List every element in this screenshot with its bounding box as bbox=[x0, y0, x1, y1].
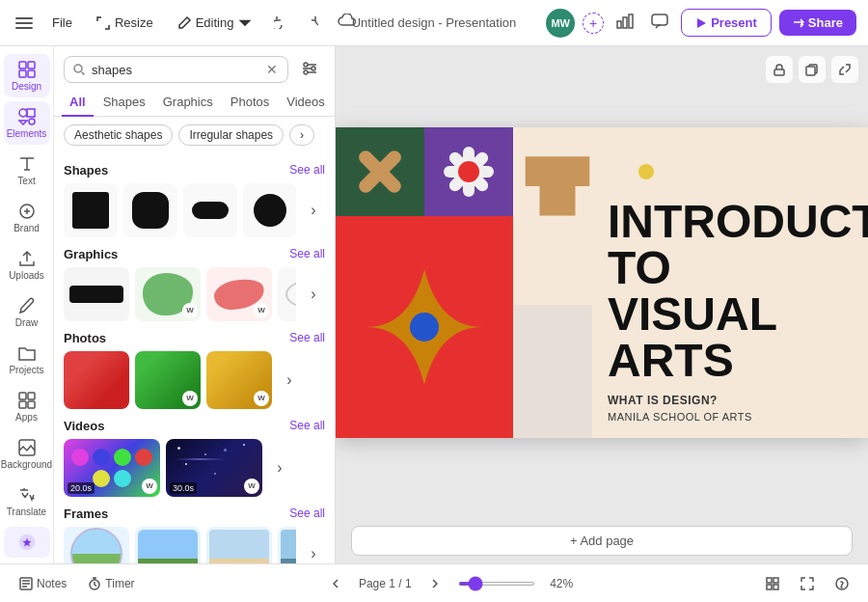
frame-rect-blue-preview bbox=[281, 530, 296, 564]
avatar: MW bbox=[546, 9, 575, 38]
video-item-2[interactable]: 30.0s W bbox=[166, 439, 262, 497]
sidebar-item-draw[interactable]: Draw bbox=[4, 290, 50, 334]
timer-button[interactable]: Timer bbox=[80, 573, 142, 594]
graphic-item-1[interactable] bbox=[64, 267, 129, 321]
sidebar-item-text[interactable]: Text bbox=[4, 149, 50, 192]
frame-circle-preview bbox=[70, 528, 122, 564]
expand-button[interactable] bbox=[831, 56, 858, 83]
graphics-see-all[interactable]: See all bbox=[289, 247, 325, 260]
shapes-see-all[interactable]: See all bbox=[289, 163, 325, 177]
undo-button[interactable] bbox=[268, 8, 295, 38]
photos-section-header: Photos See all bbox=[64, 331, 325, 345]
videos-section-title: Videos bbox=[64, 419, 104, 433]
photos-see-all[interactable]: See all bbox=[289, 331, 325, 344]
notes-button[interactable]: Notes bbox=[12, 573, 74, 594]
tag-aesthetic-shapes[interactable]: Aesthetic shapes bbox=[64, 124, 173, 146]
zoom-slider[interactable] bbox=[458, 582, 535, 586]
svg-rect-23 bbox=[774, 69, 784, 75]
chevron-left-icon bbox=[330, 578, 341, 589]
shape-rounded-rect[interactable] bbox=[123, 183, 177, 237]
clear-search-button[interactable]: ✕ bbox=[264, 62, 280, 77]
duplicate-button[interactable] bbox=[799, 56, 826, 83]
menu-button[interactable] bbox=[12, 14, 37, 33]
shapes-scroll-right[interactable]: › bbox=[302, 183, 325, 237]
share-button[interactable]: Share bbox=[779, 10, 856, 36]
sidebar-item-translate[interactable]: Translate bbox=[4, 479, 50, 523]
sidebar-item-brand[interactable]: Brand bbox=[4, 196, 50, 239]
tab-photos[interactable]: Photos bbox=[223, 89, 277, 117]
redo-button[interactable] bbox=[297, 8, 324, 38]
add-page-button[interactable]: + Add page bbox=[351, 526, 853, 556]
analytics-button[interactable] bbox=[611, 9, 638, 37]
tab-shapes[interactable]: Shapes bbox=[95, 89, 153, 117]
photos-scroll-right[interactable]: › bbox=[278, 353, 301, 407]
bottom-center: Page 1 / 1 42% bbox=[149, 574, 752, 593]
grid-view-button[interactable] bbox=[758, 573, 787, 594]
tag-irregular-shapes[interactable]: Irregular shapes bbox=[178, 124, 284, 146]
graphic-item-4[interactable]: W bbox=[278, 267, 296, 321]
shape-circle[interactable] bbox=[243, 183, 296, 237]
comments-button[interactable] bbox=[646, 9, 673, 37]
lock-button[interactable] bbox=[766, 56, 793, 83]
svg-rect-13 bbox=[19, 393, 26, 399]
graphics-scroll-right[interactable]: › bbox=[302, 267, 325, 321]
frame-item-1[interactable] bbox=[64, 527, 129, 564]
graphic-item-3[interactable]: W bbox=[206, 267, 272, 321]
tag-more-button[interactable]: › bbox=[289, 124, 314, 146]
video-badge-2: W bbox=[244, 479, 259, 494]
tab-graphics[interactable]: Graphics bbox=[155, 89, 221, 117]
shape-pill[interactable] bbox=[183, 183, 237, 237]
help-button[interactable] bbox=[827, 573, 856, 594]
file-label: File bbox=[52, 15, 72, 30]
resize-label: Resize bbox=[115, 15, 153, 30]
prev-page-button[interactable] bbox=[322, 574, 349, 593]
canvas-main: INTRODUCTION TO VISUAL ARTS WHAT IS DESI… bbox=[336, 46, 868, 518]
sidebar-item-elements[interactable]: Elements bbox=[4, 101, 50, 145]
frame-item-2[interactable] bbox=[135, 527, 201, 564]
graphic-item-2[interactable]: W bbox=[135, 267, 201, 321]
editing-label: Editing bbox=[196, 15, 234, 30]
shapes-row: › bbox=[64, 183, 325, 237]
video-item-1[interactable]: 20.0s W bbox=[64, 439, 160, 497]
tab-videos[interactable]: Videos bbox=[279, 89, 333, 117]
frames-section-title: Frames bbox=[64, 506, 108, 521]
canvas-area: INTRODUCTION TO VISUAL ARTS WHAT IS DESI… bbox=[336, 46, 868, 563]
add-collaborator-button[interactable]: + bbox=[583, 13, 604, 34]
fullscreen-button[interactable] bbox=[793, 573, 822, 594]
videos-see-all[interactable]: See all bbox=[289, 419, 325, 432]
frame-item-4[interactable] bbox=[278, 527, 296, 564]
videos-scroll-right[interactable]: › bbox=[268, 441, 291, 495]
shape-rect[interactable] bbox=[64, 183, 118, 237]
editing-button[interactable]: Editing bbox=[169, 11, 261, 36]
file-button[interactable]: File bbox=[44, 11, 80, 35]
photo-item-3[interactable]: W bbox=[206, 351, 272, 409]
magic-button[interactable] bbox=[4, 527, 50, 558]
present-button[interactable]: Present bbox=[681, 9, 772, 37]
undo-redo-group bbox=[268, 8, 324, 38]
resize-button[interactable]: Resize bbox=[88, 11, 161, 36]
search-input[interactable] bbox=[92, 63, 258, 77]
sidebar-item-projects[interactable]: Projects bbox=[4, 338, 50, 381]
slide[interactable]: INTRODUCTION TO VISUAL ARTS WHAT IS DESI… bbox=[336, 127, 868, 438]
question-icon bbox=[835, 577, 849, 590]
photo-item-2[interactable]: W bbox=[135, 351, 201, 409]
frame-item-3[interactable] bbox=[206, 527, 272, 564]
tab-all[interactable]: All bbox=[62, 89, 94, 117]
svg-rect-6 bbox=[28, 62, 35, 68]
shape-pill-inner bbox=[192, 202, 229, 219]
sidebar-item-draw-label: Draw bbox=[15, 317, 38, 328]
sidebar-item-uploads[interactable]: Uploads bbox=[4, 243, 50, 287]
graphic-black-rect bbox=[69, 286, 123, 303]
slide-cell-9 bbox=[513, 305, 602, 438]
next-page-button[interactable] bbox=[421, 574, 448, 593]
sidebar-item-background[interactable]: Background bbox=[4, 432, 50, 476]
filter-button[interactable] bbox=[294, 57, 325, 83]
frames-see-all[interactable]: See all bbox=[289, 506, 325, 520]
sidebar-item-design[interactable]: Design bbox=[4, 54, 50, 97]
photo-item-1[interactable] bbox=[64, 351, 129, 409]
chevron-right-icon bbox=[429, 578, 441, 589]
frames-scroll-right[interactable]: › bbox=[302, 527, 325, 564]
svg-rect-29 bbox=[773, 578, 778, 583]
slide-main-title: INTRODUCTION TO VISUAL ARTS bbox=[608, 199, 853, 384]
sidebar-item-apps[interactable]: Apps bbox=[4, 385, 50, 428]
